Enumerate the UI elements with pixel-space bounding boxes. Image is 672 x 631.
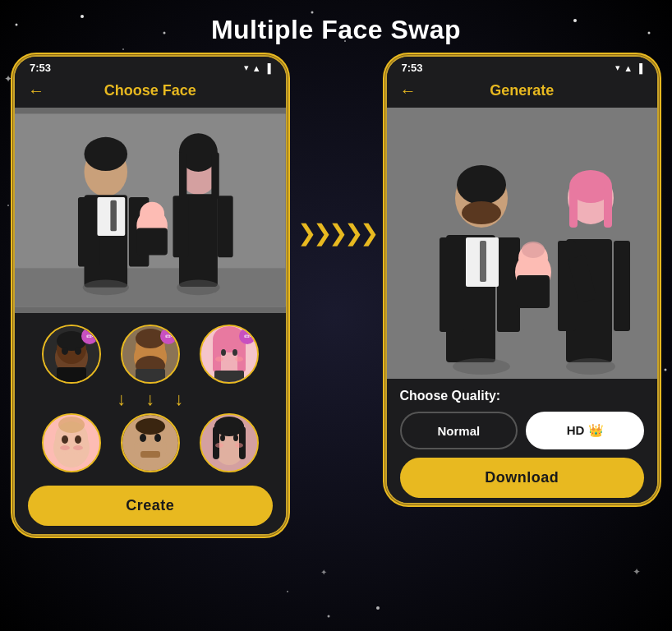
svg-rect-67 <box>213 339 221 372</box>
phone1: 7:53 ▾ ▲ ▐ ← Choose Face <box>13 55 288 536</box>
battery-icon: ▐ <box>265 63 271 73</box>
phone1-time: 7:53 <box>30 62 51 74</box>
target-face-3[interactable] <box>200 413 259 472</box>
phones-container: 7:53 ▾ ▲ ▐ ← Choose Face <box>0 55 672 536</box>
svg-point-56 <box>75 347 81 355</box>
target-item-1 <box>42 413 101 472</box>
svg-rect-47 <box>211 153 219 199</box>
svg-point-98 <box>235 443 243 448</box>
edit-badge-1[interactable]: ✏ <box>81 328 98 344</box>
svg-point-77 <box>58 417 85 433</box>
phone1-status-bar: 7:53 ▾ ▲ ▐ <box>15 57 286 77</box>
phone1-source-image <box>15 108 286 313</box>
normal-quality-button[interactable]: Normal <box>400 412 518 449</box>
page-title: Multiple Face Swap <box>0 0 672 55</box>
svg-point-108 <box>462 201 501 224</box>
arrow-down-2: ↓ <box>145 390 154 408</box>
svg-rect-115 <box>614 241 630 331</box>
phone1-title: Choose Face <box>104 82 196 99</box>
svg-rect-118 <box>569 187 578 228</box>
edit-badge-2[interactable]: ✏ <box>160 328 177 344</box>
svg-point-96 <box>233 435 238 441</box>
woman-face-svg <box>201 415 257 471</box>
svg-point-23 <box>376 606 380 610</box>
svg-rect-30 <box>15 268 286 306</box>
target-item-3 <box>200 413 259 472</box>
edit-badge-3[interactable]: ✏ <box>239 328 255 344</box>
source-face-2[interactable]: ✏ <box>121 325 180 384</box>
arrows-row: ↓ ↓ ↓ <box>28 390 273 408</box>
source-faces-row: ✏ ✏ <box>28 325 273 384</box>
svg-rect-119 <box>604 187 612 228</box>
face-swap-section: ✏ ✏ <box>15 313 286 534</box>
target-face-1[interactable] <box>42 413 101 472</box>
svg-point-73 <box>235 357 243 362</box>
source-face-1[interactable]: ✏ <box>42 325 101 384</box>
svg-text:✦: ✦ <box>633 566 641 578</box>
svg-rect-103 <box>497 237 520 332</box>
svg-rect-105 <box>480 241 486 282</box>
svg-point-37 <box>84 137 127 171</box>
svg-point-39 <box>140 202 164 227</box>
quality-label: Choose Quality: <box>400 389 645 403</box>
phone2-result-image <box>387 108 658 379</box>
svg-point-107 <box>457 165 506 205</box>
svg-rect-111 <box>517 275 550 308</box>
arrow-between-phones: ❯❯❯❯❯ <box>288 219 385 246</box>
face-item-3: ✏ <box>200 325 259 384</box>
svg-rect-93 <box>213 426 219 459</box>
svg-point-85 <box>136 418 165 435</box>
face-item-2: ✏ <box>121 325 180 384</box>
phone2-status-icons: ▾ ▲ ▐ <box>615 62 642 73</box>
target-face-2[interactable] <box>121 413 180 472</box>
svg-point-78 <box>62 435 68 444</box>
svg-point-95 <box>220 435 225 441</box>
svg-point-49 <box>177 279 220 295</box>
svg-point-112 <box>522 242 545 258</box>
battery-icon2: ▐ <box>636 63 642 73</box>
arrow-down-3: ↓ <box>174 390 183 408</box>
svg-rect-36 <box>110 200 117 232</box>
svg-rect-68 <box>237 339 246 372</box>
svg-point-122 <box>566 358 615 375</box>
hd-quality-button[interactable]: HD 👑 <box>526 412 644 449</box>
wifi-icon: ▲ <box>252 63 261 73</box>
phone1-status-icons: ▾ ▲ ▐ <box>244 62 271 73</box>
signal-icon: ▾ <box>244 62 249 73</box>
svg-point-55 <box>62 347 68 355</box>
svg-rect-88 <box>140 451 160 458</box>
phone2: 7:53 ▾ ▲ ▐ ← Generate <box>385 55 660 504</box>
phone1-back-button[interactable]: ← <box>28 81 44 100</box>
phone2-header: ← Generate <box>387 77 658 108</box>
svg-rect-33 <box>78 197 99 266</box>
create-button[interactable]: Create <box>28 486 273 526</box>
download-button[interactable]: Download <box>400 458 645 498</box>
source-face-3[interactable]: ✏ <box>200 325 259 384</box>
face-item-1: ✏ <box>42 325 101 384</box>
svg-rect-54 <box>57 367 86 382</box>
svg-point-86 <box>140 434 146 442</box>
phone2-back-button[interactable]: ← <box>400 81 417 100</box>
arrow-down-1: ↓ <box>117 390 126 408</box>
svg-rect-40 <box>136 228 168 256</box>
phone2-title: Generate <box>490 82 554 99</box>
svg-rect-114 <box>558 241 576 331</box>
svg-rect-62 <box>136 369 165 382</box>
family-photo-svg <box>15 108 286 313</box>
svg-rect-43 <box>173 196 188 257</box>
target-item-2 <box>121 413 180 472</box>
svg-point-72 <box>215 357 223 362</box>
svg-point-80 <box>60 445 70 450</box>
svg-rect-102 <box>440 237 464 332</box>
quality-section: Choose Quality: Normal HD 👑 Download <box>387 379 658 503</box>
svg-point-121 <box>453 358 510 375</box>
svg-rect-69 <box>214 371 244 382</box>
svg-text:✦: ✦ <box>320 568 327 577</box>
svg-point-48 <box>83 279 129 295</box>
svg-point-97 <box>215 443 223 448</box>
arrow-item-2: ↓ <box>145 390 154 408</box>
svg-point-79 <box>75 435 81 444</box>
phone2-time: 7:53 <box>402 62 423 74</box>
svg-point-81 <box>73 445 83 450</box>
quality-buttons-group: Normal HD 👑 <box>400 412 645 449</box>
